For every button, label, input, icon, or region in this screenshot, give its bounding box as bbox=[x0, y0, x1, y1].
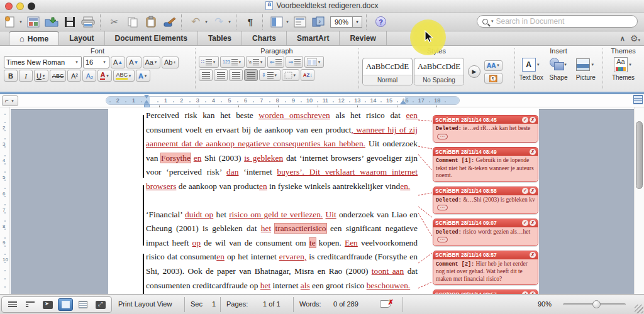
tab-tables[interactable]: Tables bbox=[198, 31, 242, 45]
numbering-button[interactable]: 123▾ bbox=[220, 56, 245, 68]
scrollbar-thumb[interactable] bbox=[636, 121, 643, 189]
tab-charts[interactable]: Charts bbox=[242, 31, 287, 45]
window-resize-grip[interactable] bbox=[635, 305, 643, 313]
comment-bubble[interactable]: SCRiBBR 28/11/14 09:07 ✓ ✗ Deleted: risi… bbox=[433, 219, 538, 246]
show-gallery-icon[interactable] bbox=[25, 14, 42, 30]
draft-view-button[interactable] bbox=[5, 298, 20, 311]
copy-icon[interactable] bbox=[125, 14, 141, 30]
undo-icon[interactable]: ↶ bbox=[187, 14, 204, 30]
comment-bubble[interactable]: SCRiBBR 28/11/14 08:45 ✓ ✗ Deleted: ie…e… bbox=[433, 115, 538, 143]
help-icon[interactable]: ? bbox=[375, 16, 386, 27]
align-left-button[interactable] bbox=[199, 69, 213, 81]
subscript-button[interactable]: A₂ bbox=[82, 70, 96, 82]
open-icon[interactable] bbox=[43, 14, 60, 30]
comment-ellipsis-icon[interactable]: ··· bbox=[437, 134, 448, 139]
new-document-dropdown[interactable]: ▾ bbox=[18, 14, 23, 30]
layout-view-icon[interactable] bbox=[269, 14, 285, 30]
publishing-layout-button[interactable] bbox=[40, 298, 55, 311]
spelling-status-icon[interactable]: ✗ bbox=[380, 300, 394, 309]
multilevel-list-button[interactable]: ⁱa▾ bbox=[246, 56, 266, 68]
justify-button[interactable] bbox=[244, 69, 258, 81]
new-document-icon[interactable] bbox=[2, 14, 18, 30]
shrink-font-button[interactable]: A▼ bbox=[126, 57, 141, 68]
italic-button[interactable]: I bbox=[19, 70, 33, 82]
increase-indent-button[interactable]: ⇒ bbox=[286, 56, 303, 68]
cut-icon[interactable]: ✂ bbox=[106, 14, 123, 30]
sort-button[interactable]: AZ↓ bbox=[301, 69, 315, 81]
vertical-ruler[interactable]: 2345678910 bbox=[0, 107, 10, 294]
zoom-slider-thumb[interactable] bbox=[592, 300, 601, 308]
paste-icon[interactable] bbox=[143, 14, 159, 30]
tab-home[interactable]: ⌂Home bbox=[9, 31, 59, 45]
columns-button[interactable]: ▾ bbox=[304, 56, 324, 68]
font-size-select[interactable]: 16▾ bbox=[83, 56, 109, 68]
split-view-icon[interactable] bbox=[633, 95, 643, 104]
align-right-button[interactable] bbox=[229, 69, 243, 81]
clear-formatting-button[interactable]: Ab◖ bbox=[162, 57, 179, 68]
ribbon-gear-icon[interactable]: ⚙▾ bbox=[630, 33, 640, 43]
accept-change-icon[interactable]: ✓ bbox=[522, 188, 528, 194]
grow-font-button[interactable]: A▲ bbox=[111, 57, 125, 68]
text-effects-button[interactable]: A▾ bbox=[136, 70, 150, 82]
tab-document-elements[interactable]: Document Elements bbox=[105, 31, 198, 45]
insert-text-box-button[interactable]: A▾ Text Box bbox=[518, 57, 544, 81]
outline-view-button[interactable] bbox=[23, 298, 38, 311]
align-center-button[interactable] bbox=[214, 69, 228, 81]
comment-bubble[interactable]: SCRiBBR 28/11/14 08:49 ✗ Comment [1]: Ge… bbox=[433, 147, 538, 182]
vertical-scrollbar[interactable] bbox=[634, 107, 644, 294]
save-icon[interactable] bbox=[62, 14, 78, 30]
accept-change-icon[interactable]: ✓ bbox=[522, 117, 528, 123]
manage-styles-button[interactable]: ¶ bbox=[484, 73, 502, 84]
comment-bubble[interactable]: SCRiBBR 28/11/14 08:58 ✓ ✗ Deleted: &…Sh… bbox=[433, 187, 538, 214]
font-family-select[interactable]: Times New Roman▾ bbox=[4, 56, 82, 68]
change-styles-button[interactable]: AA▾ bbox=[484, 60, 502, 71]
comment-bubble[interactable]: SCRiBBR 28/11/14 08:57 ✓ ✗ Deleted: e bbox=[433, 290, 538, 294]
right-indent-marker[interactable] bbox=[400, 100, 406, 104]
document-page[interactable]: Perceived risk kan het beste worden omsc… bbox=[108, 107, 539, 294]
font-color-button[interactable]: A▾ bbox=[97, 70, 112, 82]
zoom-dropdown[interactable]: ▾ bbox=[353, 16, 362, 28]
search-scope-dropdown[interactable]: ▾ bbox=[491, 19, 494, 24]
document-text[interactable]: Perceived risk kan het beste worden omsc… bbox=[146, 109, 418, 294]
reject-change-icon[interactable]: ✗ bbox=[530, 252, 536, 258]
tab-stop-selector[interactable]: ⌐▾ bbox=[2, 95, 18, 106]
line-spacing-button[interactable]: ⇕▾ bbox=[259, 69, 280, 81]
undo-dropdown[interactable]: ▾ bbox=[204, 14, 209, 30]
paragraph[interactable]: Perceived risk kan het beste worden omsc… bbox=[146, 109, 418, 194]
insert-shape-button[interactable]: ▾ Shape bbox=[545, 57, 571, 81]
collapse-ribbon-icon[interactable]: ∧ bbox=[620, 35, 625, 43]
superscript-button[interactable]: A² bbox=[67, 70, 81, 82]
underline-button[interactable]: U▾ bbox=[34, 70, 48, 82]
strikethrough-button[interactable]: ABC bbox=[50, 70, 67, 82]
tab-smartart[interactable]: SmartArt bbox=[287, 31, 340, 45]
show-invisibles-icon[interactable]: ¶ bbox=[242, 14, 258, 30]
borders-button[interactable]: ▾ bbox=[282, 69, 299, 81]
paragraph[interactable]: ‘Financial’ duidt op het risico om geld … bbox=[146, 208, 418, 293]
words-value[interactable]: 0 of 289 bbox=[333, 300, 358, 308]
words-label[interactable]: Words: bbox=[299, 300, 321, 308]
style-card-normal[interactable]: AaBbCcDdE Normal bbox=[362, 58, 413, 85]
format-painter-icon[interactable] bbox=[161, 14, 177, 30]
reject-change-icon[interactable]: ✗ bbox=[530, 117, 536, 123]
view-mode-label[interactable]: Print Layout View bbox=[118, 300, 172, 308]
tab-review[interactable]: Review bbox=[340, 31, 386, 45]
zoom-value-field[interactable]: 90% bbox=[330, 16, 353, 28]
styles-gallery-expand-button[interactable]: ▶ bbox=[468, 65, 480, 78]
reject-change-icon[interactable]: ✗ bbox=[530, 149, 536, 155]
redo-dropdown[interactable]: ▾ bbox=[227, 14, 232, 30]
notebook-layout-button[interactable] bbox=[75, 298, 91, 311]
comment-ellipsis-icon[interactable]: ··· bbox=[437, 237, 448, 242]
comment-ellipsis-icon[interactable]: ··· bbox=[437, 205, 448, 210]
media-browser-icon[interactable]: ♪ bbox=[310, 14, 326, 30]
focus-view-button[interactable] bbox=[93, 298, 108, 311]
tab-layout[interactable]: Layout bbox=[59, 31, 104, 45]
layout-view-dropdown[interactable]: ▾ bbox=[285, 14, 290, 30]
redo-icon[interactable]: ↷ bbox=[211, 14, 227, 30]
toolbox-icon[interactable] bbox=[292, 14, 308, 30]
style-card-no-spacing[interactable]: AaBbCcDdE No Spacing bbox=[414, 58, 464, 85]
bullets-button[interactable]: ∷▾ bbox=[199, 56, 219, 68]
comment-bubble[interactable]: SCRiBBR 28/11/14 08:57 ✗ Comment [2]: Hi… bbox=[433, 251, 538, 286]
reject-change-icon[interactable]: ✗ bbox=[530, 188, 536, 194]
search-input[interactable] bbox=[496, 17, 632, 26]
text-highlight-button[interactable]: ABC▾ bbox=[113, 70, 135, 82]
